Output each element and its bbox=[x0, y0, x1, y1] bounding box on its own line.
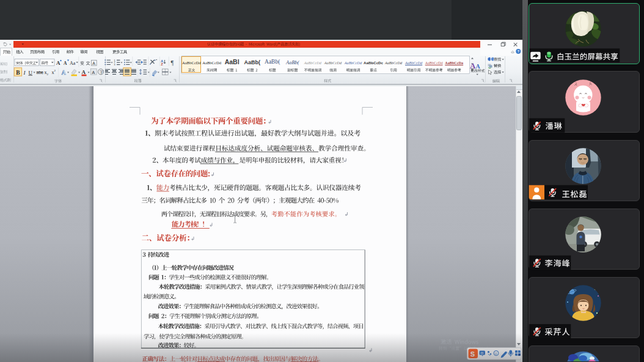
svg-text:字: 字 bbox=[100, 70, 104, 74]
svg-text:B: B bbox=[16, 70, 20, 76]
svg-text:Z: Z bbox=[161, 62, 163, 66]
svg-text:A: A bbox=[470, 61, 476, 70]
svg-text:¶: ¶ bbox=[171, 59, 174, 66]
svg-text:A: A bbox=[476, 63, 481, 70]
svg-text:A: A bbox=[92, 70, 95, 75]
svg-text:2: 2 bbox=[54, 69, 56, 72]
svg-text:U: U bbox=[29, 70, 33, 76]
svg-text:Aa: Aa bbox=[70, 61, 76, 66]
svg-text:?: ? bbox=[517, 50, 519, 53]
svg-text:A: A bbox=[62, 69, 67, 76]
svg-text:A: A bbox=[82, 69, 86, 75]
svg-text:2: 2 bbox=[47, 73, 49, 76]
svg-text:A: A bbox=[92, 61, 95, 65]
svg-text:I: I bbox=[23, 70, 26, 76]
svg-text:3: 3 bbox=[114, 64, 115, 66]
svg-text:A: A bbox=[64, 61, 67, 66]
svg-text:A: A bbox=[56, 60, 60, 66]
